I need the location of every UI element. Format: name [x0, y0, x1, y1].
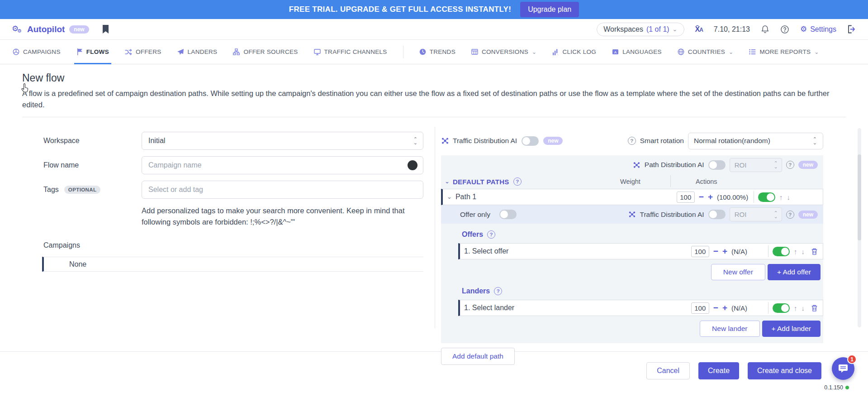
upgrade-plan-button[interactable]: Upgrade plan	[520, 2, 579, 17]
smart-rotation-help-icon[interactable]: ?	[628, 137, 636, 145]
offer-only-row: Offer only Traffic Distribution AI ROI ⌃…	[441, 205, 823, 224]
nav-countries[interactable]: COUNTRIES ⌄	[678, 40, 734, 64]
weight-decrease-button[interactable]: −	[713, 304, 718, 312]
lander-enabled-toggle[interactable]	[773, 303, 790, 313]
nav-click-log[interactable]: CLICK LOG	[552, 40, 596, 64]
color-dot[interactable]	[408, 160, 417, 170]
lander-weight-input[interactable]: 100	[691, 302, 709, 314]
move-up-icon[interactable]: ↑	[779, 193, 783, 201]
click-log-icon	[552, 49, 559, 55]
traffic-ai-toggle[interactable]	[522, 136, 539, 146]
move-down-icon[interactable]: ↓	[787, 193, 791, 201]
offer-name[interactable]: 1. Select offer	[464, 247, 508, 255]
smart-rotation-select[interactable]: Normal rotation(random) ⌃⌄	[688, 133, 823, 149]
add-lander-button[interactable]: + Add lander	[762, 321, 821, 337]
offer-sources-icon	[233, 48, 240, 55]
default-paths-title: DEFAULT PATHS	[453, 178, 509, 186]
landers-help-icon[interactable]: ?	[494, 287, 502, 295]
workspace-select[interactable]: Initial ⌃⌄	[142, 132, 423, 150]
autopilot-gears-icon: ⚙⚙	[12, 24, 23, 34]
offer-enabled-toggle[interactable]	[773, 247, 790, 256]
notifications-bell-icon[interactable]	[761, 25, 769, 34]
tags-help-text: Add personalized tags to make your searc…	[142, 205, 423, 228]
workspaces-selector[interactable]: Workspaces (1 of 1) ⌄	[597, 23, 684, 36]
offer-row: 1. Select offer 100 − + (N/A) ↑ ↓	[458, 243, 823, 259]
roi-select[interactable]: ROI ⌃⌄	[730, 158, 782, 172]
path-ai-help-icon[interactable]: ?	[786, 161, 794, 169]
campaigns-label: Campaigns	[43, 241, 423, 249]
conversions-icon	[471, 49, 478, 55]
weight-increase-button[interactable]: +	[722, 248, 727, 255]
path-ai-new-badge: new	[798, 161, 818, 169]
scrollbar[interactable]	[858, 128, 861, 327]
logout-icon[interactable]	[847, 25, 856, 34]
path-weight-input[interactable]: 100	[677, 192, 695, 203]
traffic-ai2-label: Traffic Distribution AI	[640, 211, 704, 219]
countries-icon	[678, 48, 684, 55]
status-dot	[845, 386, 849, 389]
nav-flows[interactable]: FLOWS	[76, 40, 109, 64]
chat-launcher[interactable]: 1	[832, 357, 854, 380]
svg-text:A: A	[614, 50, 617, 54]
landers-icon	[177, 49, 184, 55]
move-up-icon[interactable]: ↑	[794, 304, 797, 312]
flow-name-input[interactable]	[142, 156, 423, 174]
settings-label: Settings	[810, 25, 836, 34]
nav-more-reports[interactable]: MORE REPORTS ⌄	[749, 40, 819, 64]
trash-icon[interactable]	[811, 304, 818, 312]
weight-increase-button[interactable]: +	[722, 304, 727, 312]
move-down-icon[interactable]: ↓	[802, 248, 805, 255]
workspace-label: Workspace	[43, 137, 142, 145]
nav-campaigns[interactable]: CAMPAIGNS	[13, 40, 61, 64]
workspaces-label: Workspaces	[603, 25, 643, 34]
path-enabled-toggle[interactable]	[758, 192, 775, 202]
nav-offer-sources[interactable]: OFFER SOURCES	[233, 40, 298, 64]
lander-name[interactable]: 1. Select lander	[464, 304, 514, 312]
help-icon[interactable]	[780, 25, 789, 34]
settings-button[interactable]: ⚙ Settings	[800, 24, 836, 34]
traffic-ai-label: Traffic Distribution AI	[453, 137, 517, 145]
add-offer-button[interactable]: + Add offer	[768, 264, 821, 280]
chevron-down-icon[interactable]: ⌄	[447, 195, 452, 199]
brand: ⚙⚙ Autopilot new	[12, 24, 89, 34]
offer-only-toggle[interactable]	[499, 210, 517, 219]
chat-icon	[838, 363, 849, 374]
weight-decrease-button[interactable]: −	[699, 193, 704, 201]
nav-traffic-channels[interactable]: TRAFFIC CHANNELS	[314, 40, 387, 64]
page-description: A flow is a predefined set of campaign d…	[22, 88, 846, 110]
nav-trends[interactable]: TRENDS	[419, 40, 455, 64]
chevron-down-icon: ⌄	[532, 49, 536, 55]
nav-offers[interactable]: OFFERS	[125, 40, 161, 64]
offer-weight-input[interactable]: 100	[691, 246, 709, 257]
new-lander-button[interactable]: New lander	[700, 321, 759, 337]
move-up-icon[interactable]: ↑	[794, 248, 797, 255]
nav-landers[interactable]: LANDERS	[177, 40, 218, 64]
chat-unread-badge: 1	[847, 355, 857, 364]
offers-help-icon[interactable]: ?	[487, 230, 495, 239]
smart-rotation-label: Smart rotation	[640, 137, 684, 145]
select-spinner-icon: ⌃⌄	[773, 211, 778, 218]
nav-conversions[interactable]: CONVERSIONS ⌄	[471, 40, 536, 64]
nav-divider	[403, 46, 403, 58]
translate-icon[interactable]: X̄A	[695, 25, 703, 34]
traffic-ai2-toggle[interactable]	[708, 210, 726, 219]
paths-panel: Traffic Distribution AI new ? Smart rota…	[441, 132, 823, 365]
traffic-ai2-help-icon[interactable]: ?	[786, 211, 794, 219]
chevron-down-icon[interactable]: ⌄	[445, 179, 450, 184]
weight-decrease-button[interactable]: −	[713, 248, 718, 255]
cell-divider	[768, 245, 768, 257]
default-paths-help-icon[interactable]: ?	[513, 177, 522, 186]
nav-languages[interactable]: A LANGUAGES	[612, 40, 662, 64]
traffic-ai-new-badge: new	[543, 137, 563, 145]
add-default-path-button[interactable]: Add default path	[441, 348, 515, 365]
path-ai-toggle[interactable]	[708, 160, 726, 170]
tags-input[interactable]	[142, 181, 423, 199]
move-down-icon[interactable]: ↓	[802, 304, 805, 312]
traffic-ai2-new-badge: new	[798, 211, 818, 219]
new-offer-button[interactable]: New offer	[711, 264, 765, 280]
bookmark-icon[interactable]	[102, 25, 109, 34]
trash-icon[interactable]	[811, 248, 818, 255]
roi2-select[interactable]: ROI ⌃⌄	[730, 207, 782, 221]
scrollbar-thumb[interactable]	[858, 154, 861, 240]
weight-increase-button[interactable]: +	[708, 193, 713, 201]
